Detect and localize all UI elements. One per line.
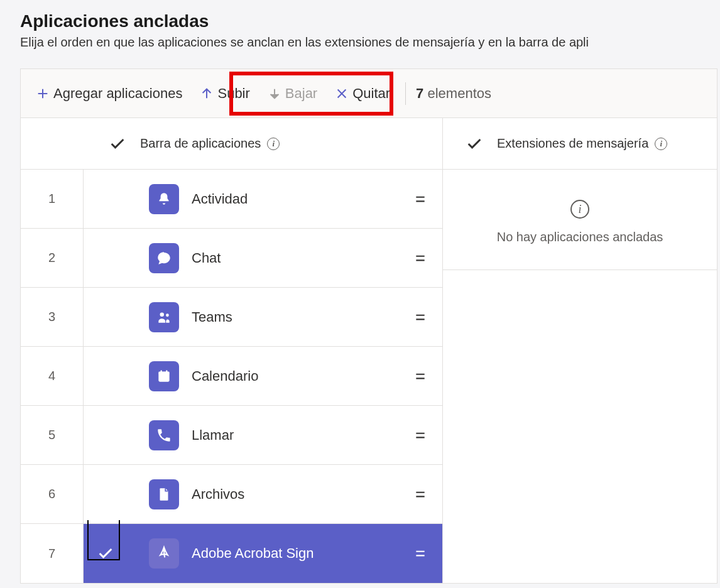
messaging-ext-column: Extensiones de mensajería i i No hay apl… — [443, 118, 717, 270]
app-row[interactable]: 4Calendario — [21, 347, 442, 406]
drag-icon — [412, 370, 428, 383]
item-count: 7 elementos — [416, 85, 491, 102]
drag-handle[interactable] — [398, 488, 442, 501]
remove-label: Quitar — [352, 85, 390, 102]
acrobat-icon — [149, 538, 179, 569]
drag-handle[interactable] — [398, 547, 442, 560]
svg-rect-5 — [166, 370, 167, 373]
pinned-apps-panel: Agregar aplicaciones Subir Bajar Quitar … — [20, 68, 717, 584]
calendar-icon — [149, 361, 179, 391]
checkmark-icon — [466, 135, 483, 153]
row-index: 3 — [21, 288, 84, 346]
arrow-down-icon — [268, 87, 281, 101]
move-up-button[interactable]: Subir — [191, 80, 258, 107]
x-icon — [335, 87, 349, 101]
drag-icon — [412, 429, 428, 442]
app-name: Llamar — [192, 427, 234, 444]
row-checkbox[interactable] — [84, 524, 128, 583]
remove-button[interactable]: Quitar — [326, 80, 399, 107]
app-name: Archivos — [192, 486, 244, 503]
app-row[interactable]: 1Actividad — [21, 170, 442, 229]
row-checkbox[interactable] — [84, 288, 128, 346]
drag-icon — [412, 547, 428, 560]
app-name: Chat — [192, 250, 221, 266]
drag-icon — [412, 252, 428, 264]
plus-icon — [36, 87, 50, 101]
row-checkbox[interactable] — [84, 170, 128, 228]
info-icon[interactable]: i — [267, 138, 280, 150]
info-icon[interactable]: i — [655, 138, 667, 150]
row-index: 2 — [21, 229, 84, 287]
item-count-label: elementos — [427, 85, 491, 101]
row-index: 6 — [21, 465, 84, 523]
svg-rect-4 — [161, 370, 162, 373]
teams-icon — [149, 302, 179, 332]
move-down-button[interactable]: Bajar — [259, 80, 326, 107]
row-index: 5 — [21, 406, 84, 464]
svg-point-1 — [166, 313, 169, 317]
svg-rect-3 — [158, 371, 169, 374]
bell-icon — [149, 184, 179, 214]
add-apps-label: Agregar aplicaciones — [53, 85, 182, 102]
row-index: 1 — [21, 170, 84, 228]
file-icon — [149, 479, 179, 509]
add-apps-button[interactable]: Agregar aplicaciones — [27, 80, 191, 107]
app-row[interactable]: 6Archivos — [21, 465, 442, 524]
phone-icon — [149, 420, 179, 450]
row-index: 4 — [21, 347, 84, 405]
row-checkbox[interactable] — [84, 347, 128, 405]
svg-point-0 — [160, 312, 165, 317]
row-checkbox[interactable] — [84, 406, 128, 464]
empty-state: i No hay aplicaciones ancladas — [443, 170, 717, 270]
row-index: 7 — [21, 524, 84, 583]
app-row[interactable]: 5Llamar — [21, 406, 442, 465]
chat-icon — [149, 243, 179, 273]
arrow-up-icon — [200, 87, 214, 101]
move-down-label: Bajar — [285, 85, 317, 102]
app-bar-column-label: Barra de aplicaciones — [140, 136, 261, 151]
drag-handle[interactable] — [398, 252, 442, 264]
app-name: Actividad — [192, 191, 248, 207]
app-name: Calendario — [192, 368, 258, 384]
toolbar-separator — [405, 82, 406, 105]
item-count-number: 7 — [416, 85, 423, 101]
drag-handle[interactable] — [398, 193, 442, 205]
app-row[interactable]: 7Adobe Acrobat Sign — [21, 524, 442, 583]
drag-icon — [412, 193, 428, 205]
drag-handle[interactable] — [398, 429, 442, 442]
messaging-ext-column-header: Extensiones de mensajería i — [443, 118, 717, 170]
messaging-ext-column-label: Extensiones de mensajería — [497, 136, 648, 151]
page-subtitle: Elija el orden en que las aplicaciones s… — [20, 35, 720, 50]
row-checkbox[interactable] — [84, 465, 128, 523]
app-name: Teams — [192, 309, 232, 325]
drag-handle[interactable] — [398, 370, 442, 383]
app-bar-column: Barra de aplicaciones i 1Actividad2Chat3… — [21, 118, 443, 583]
app-row[interactable]: 3Teams — [21, 288, 442, 347]
app-name: Adobe Acrobat Sign — [192, 545, 314, 562]
app-row[interactable]: 2Chat — [21, 229, 442, 288]
page-title: Aplicaciones ancladas — [20, 11, 720, 31]
checkmark-icon — [109, 135, 126, 153]
drag-handle[interactable] — [398, 311, 442, 324]
row-checkbox[interactable] — [84, 229, 128, 287]
app-bar-column-header: Barra de aplicaciones i — [21, 118, 442, 170]
move-up-label: Subir — [217, 85, 249, 102]
empty-state-text: No hay aplicaciones ancladas — [455, 230, 704, 244]
drag-icon — [412, 311, 428, 324]
info-icon: i — [570, 200, 589, 219]
toolbar: Agregar aplicaciones Subir Bajar Quitar … — [21, 69, 717, 118]
drag-icon — [412, 488, 428, 501]
